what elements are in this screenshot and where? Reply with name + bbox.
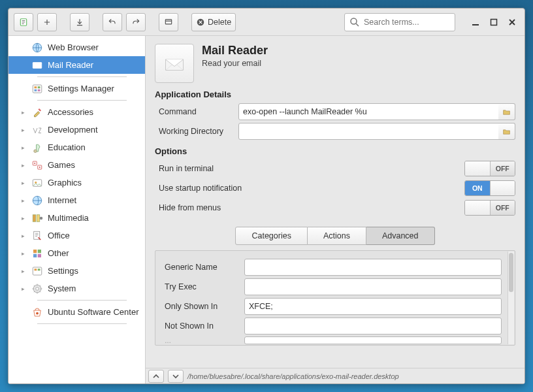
sidebar-item-label: Settings: [48, 266, 78, 276]
sidebar-item-internet[interactable]: ▸Internet: [8, 191, 145, 209]
svg-rect-27: [38, 253, 41, 257]
sidebar: ▸ Web Browser ▸ Mail Reader ▸ Settings M…: [8, 36, 146, 384]
tab-advanced[interactable]: Advanced: [366, 227, 435, 245]
sidebar-item-label: Internet: [48, 195, 76, 205]
sidebar-item-accessories[interactable]: ▸Accessories: [8, 103, 145, 121]
sidebar-item-software-center[interactable]: ▸Ubuntu Software Center: [8, 303, 145, 321]
scrollbar[interactable]: [508, 252, 514, 344]
sidebar-item-development[interactable]: ▸Development: [8, 121, 145, 139]
system-icon: [31, 283, 43, 295]
svg-rect-30: [38, 269, 40, 270]
cut-label: …: [161, 337, 238, 344]
tab-actions[interactable]: Actions: [308, 227, 366, 245]
separator: [37, 100, 127, 101]
undo-button[interactable]: [103, 13, 122, 31]
sidebar-item-label: Web Browser: [48, 42, 99, 52]
app-window: Delete ▸ Web Browser ▸ Mail Reader: [8, 8, 525, 384]
sidebar-item-settings-manager[interactable]: ▸ Settings Manager: [8, 80, 145, 97]
tab-bar: Categories Actions Advanced: [155, 227, 515, 245]
svg-point-16: [39, 167, 40, 168]
sidebar-item-label: Multimedia: [48, 213, 89, 223]
move-up-button[interactable]: [148, 370, 164, 383]
save-button[interactable]: [70, 13, 89, 31]
run-in-terminal-label: Run in terminal: [155, 164, 464, 173]
svg-point-32: [36, 287, 39, 290]
sidebar-item-system[interactable]: ▸System: [8, 280, 145, 297]
sidebar-item-settings[interactable]: ▸Settings: [8, 262, 145, 280]
working-directory-input[interactable]: [238, 123, 499, 140]
sidebar-item-label: Office: [48, 231, 70, 240]
redo-button[interactable]: [126, 13, 146, 31]
toolbar: Delete: [8, 8, 525, 36]
tab-categories[interactable]: Categories: [235, 227, 307, 245]
svg-rect-8: [35, 86, 37, 88]
svg-rect-24: [33, 250, 37, 253]
sidebar-item-label: Mail Reader: [48, 60, 93, 70]
command-input[interactable]: [238, 103, 499, 120]
search-box[interactable]: [344, 13, 455, 31]
working-directory-browse-button[interactable]: [498, 123, 515, 140]
app-title: Mail Reader: [202, 44, 268, 57]
office-icon: [31, 230, 43, 242]
svg-rect-29: [35, 269, 37, 270]
svg-rect-25: [38, 250, 41, 253]
move-down-button[interactable]: [168, 370, 184, 383]
sidebar-item-office[interactable]: ▸Office: [8, 227, 145, 244]
games-icon: [31, 159, 43, 171]
new-button[interactable]: [14, 13, 33, 31]
only-shown-in-input[interactable]: [244, 298, 502, 315]
only-shown-in-label: Only Shown In: [161, 302, 238, 311]
startup-notification-toggle[interactable]: ON: [464, 180, 515, 196]
svg-rect-10: [35, 89, 37, 91]
sidebar-item-graphics[interactable]: ▸Graphics: [8, 174, 145, 191]
search-icon: [349, 16, 361, 28]
separator: [37, 323, 127, 324]
command-label: Command: [155, 107, 232, 116]
sidebar-item-multimedia[interactable]: ▸Multimedia: [8, 209, 145, 227]
sidebar-item-education[interactable]: ▸Education: [8, 139, 145, 156]
generic-name-input[interactable]: [244, 259, 502, 276]
maximize-button[interactable]: [487, 15, 501, 29]
status-path: /home/bluesabre/.local/share/application…: [187, 372, 399, 380]
sidebar-item-other[interactable]: ▸Other: [8, 244, 145, 262]
svg-rect-4: [491, 19, 497, 25]
command-browse-button[interactable]: [498, 103, 515, 120]
hide-from-menus-label: Hide from menus: [155, 203, 464, 212]
run-button[interactable]: [159, 13, 178, 31]
startup-notification-label: Use startup notification: [155, 184, 464, 193]
sidebar-item-label: Development: [48, 125, 98, 135]
delete-button[interactable]: Delete: [191, 13, 236, 31]
sidebar-item-mail-reader[interactable]: ▸ Mail Reader: [8, 56, 145, 74]
svg-point-22: [40, 216, 43, 220]
application-details-heading: Application Details: [155, 90, 515, 99]
globe-icon: [31, 42, 43, 54]
generic-name-label: Generic Name: [161, 263, 238, 272]
app-icon[interactable]: [155, 44, 194, 83]
sidebar-item-label: Accessories: [48, 107, 93, 117]
not-shown-in-input[interactable]: [244, 318, 502, 335]
graphics-icon: [31, 177, 43, 189]
run-in-terminal-toggle[interactable]: OFF: [464, 161, 515, 176]
other-icon: [31, 248, 43, 259]
mail-icon: [31, 59, 43, 71]
hide-from-menus-toggle[interactable]: OFF: [464, 200, 515, 216]
try-exec-input[interactable]: [244, 278, 502, 295]
sidebar-item-label: Settings Manager: [48, 84, 114, 93]
svg-rect-28: [33, 267, 42, 275]
app-subtitle: Read your email: [202, 59, 268, 68]
minimize-button[interactable]: [468, 15, 483, 29]
sidebar-item-label: System: [48, 284, 76, 293]
sidebar-item-label: Other: [48, 248, 69, 258]
add-button[interactable]: [37, 13, 57, 31]
svg-point-33: [36, 312, 39, 314]
sidebar-item-web-browser[interactable]: ▸ Web Browser: [8, 39, 145, 56]
options-heading: Options: [155, 146, 515, 156]
sidebar-item-games[interactable]: ▸Games: [8, 156, 145, 174]
separator: [37, 76, 127, 77]
search-input[interactable]: [364, 18, 451, 27]
sidebar-item-label: Graphics: [48, 178, 82, 188]
main-panel: Mail Reader Read your email Application …: [146, 36, 525, 384]
close-button[interactable]: [505, 15, 519, 29]
try-exec-label: Try Exec: [161, 282, 238, 291]
cut-input[interactable]: [244, 336, 502, 344]
